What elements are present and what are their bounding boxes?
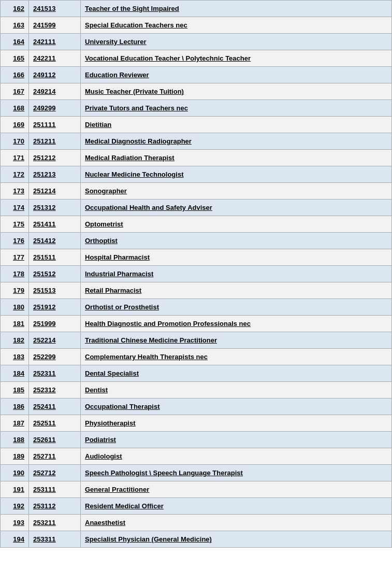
occupation-code[interactable]: 252712	[29, 465, 81, 481]
occupation-title[interactable]: Physiotherapist	[81, 415, 392, 432]
row-number[interactable]: 174	[1, 200, 29, 216]
occupation-title[interactable]: Resident Medical Officer	[81, 498, 392, 515]
occupation-code[interactable]: 252611	[29, 432, 81, 448]
occupation-title[interactable]: Medical Radiation Therapist	[81, 150, 392, 166]
occupation-code[interactable]: 252214	[29, 332, 81, 349]
occupation-title[interactable]: Anaesthetist	[81, 515, 392, 531]
occupation-title[interactable]: Specialist Physician (General Medicine)	[81, 531, 392, 548]
occupation-code[interactable]: 252299	[29, 349, 81, 365]
occupation-code[interactable]: 252711	[29, 448, 81, 465]
row-number[interactable]: 165	[1, 50, 29, 67]
row-number[interactable]: 186	[1, 399, 29, 415]
occupation-title[interactable]: Teacher of the Sight Impaired	[81, 1, 392, 17]
occupation-title[interactable]: Audiologist	[81, 448, 392, 465]
occupation-code[interactable]: 251999	[29, 316, 81, 332]
occupation-code[interactable]: 242211	[29, 50, 81, 67]
occupation-code[interactable]: 241513	[29, 1, 81, 17]
occupation-code[interactable]: 252311	[29, 365, 81, 382]
occupation-title[interactable]: Orthoptist	[81, 233, 392, 249]
occupation-title[interactable]: Industrial Pharmacist	[81, 266, 392, 282]
occupation-code[interactable]: 242111	[29, 34, 81, 50]
occupation-title[interactable]: Medical Diagnostic Radiographer	[81, 133, 392, 150]
row-number[interactable]: 176	[1, 233, 29, 249]
occupation-code[interactable]: 249214	[29, 83, 81, 100]
occupation-title[interactable]: Traditional Chinese Medicine Practitione…	[81, 332, 392, 349]
row-number[interactable]: 164	[1, 34, 29, 50]
row-number[interactable]: 192	[1, 498, 29, 515]
occupation-code[interactable]: 253311	[29, 531, 81, 548]
occupation-code[interactable]: 251511	[29, 249, 81, 266]
row-number[interactable]: 184	[1, 365, 29, 382]
occupation-title[interactable]: Occupational Health and Safety Adviser	[81, 200, 392, 216]
row-number[interactable]: 172	[1, 166, 29, 183]
row-number[interactable]: 177	[1, 249, 29, 266]
occupation-title[interactable]: Complementary Health Therapists nec	[81, 349, 392, 365]
occupation-code[interactable]: 252511	[29, 415, 81, 432]
occupation-code[interactable]: 252411	[29, 399, 81, 415]
occupation-title[interactable]: Hospital Pharmacist	[81, 249, 392, 266]
occupation-title[interactable]: Sonographer	[81, 183, 392, 200]
occupation-title[interactable]: Podiatrist	[81, 432, 392, 448]
row-number[interactable]: 175	[1, 216, 29, 233]
occupation-code[interactable]: 251412	[29, 233, 81, 249]
occupation-code[interactable]: 251212	[29, 150, 81, 166]
occupation-title[interactable]: Education Reviewer	[81, 67, 392, 83]
table-row: 172251213Nuclear Medicine Technologist	[1, 166, 392, 183]
occupation-code[interactable]: 251211	[29, 133, 81, 150]
occupation-title[interactable]: Health Diagnostic and Promotion Professi…	[81, 316, 392, 332]
occupation-code[interactable]: 249299	[29, 100, 81, 117]
occupation-title[interactable]: Occupational Therapist	[81, 399, 392, 415]
occupation-code[interactable]: 253112	[29, 498, 81, 515]
occupation-code[interactable]: 251411	[29, 216, 81, 233]
occupation-title[interactable]: Orthotist or Prosthetist	[81, 299, 392, 316]
row-number[interactable]: 171	[1, 150, 29, 166]
row-number[interactable]: 191	[1, 481, 29, 498]
row-number[interactable]: 173	[1, 183, 29, 200]
row-number[interactable]: 182	[1, 332, 29, 349]
occupation-title[interactable]: Vocational Education Teacher \ Polytechn…	[81, 50, 392, 67]
occupation-code[interactable]: 251214	[29, 183, 81, 200]
row-number[interactable]: 183	[1, 349, 29, 365]
row-number[interactable]: 185	[1, 382, 29, 399]
row-number[interactable]: 187	[1, 415, 29, 432]
row-number[interactable]: 188	[1, 432, 29, 448]
occupation-code[interactable]: 253211	[29, 515, 81, 531]
row-number[interactable]: 163	[1, 17, 29, 34]
row-number[interactable]: 167	[1, 83, 29, 100]
occupation-code[interactable]: 251213	[29, 166, 81, 183]
occupation-title[interactable]: Special Education Teachers nec	[81, 17, 392, 34]
occupation-title[interactable]: General Practitioner	[81, 481, 392, 498]
occupation-code[interactable]: 251111	[29, 117, 81, 133]
occupation-title[interactable]: Music Teacher (Private Tuition)	[81, 83, 392, 100]
occupation-title[interactable]: University Lecturer	[81, 34, 392, 50]
occupation-title[interactable]: Speech Pathologist \ Speech Language The…	[81, 465, 392, 481]
row-number[interactable]: 178	[1, 266, 29, 282]
occupation-code[interactable]: 251513	[29, 282, 81, 299]
occupation-title[interactable]: Nuclear Medicine Technologist	[81, 166, 392, 183]
row-number[interactable]: 170	[1, 133, 29, 150]
row-number[interactable]: 194	[1, 531, 29, 548]
row-number[interactable]: 179	[1, 282, 29, 299]
row-number[interactable]: 181	[1, 316, 29, 332]
row-number[interactable]: 166	[1, 67, 29, 83]
row-number[interactable]: 190	[1, 465, 29, 481]
occupation-title[interactable]: Optometrist	[81, 216, 392, 233]
occupation-code[interactable]: 251312	[29, 200, 81, 216]
occupation-title[interactable]: Retail Pharmacist	[81, 282, 392, 299]
occupation-title[interactable]: Dietitian	[81, 117, 392, 133]
occupation-code[interactable]: 251912	[29, 299, 81, 316]
occupation-code[interactable]: 249112	[29, 67, 81, 83]
occupation-title[interactable]: Dental Specialist	[81, 365, 392, 382]
occupation-code[interactable]: 252312	[29, 382, 81, 399]
row-number[interactable]: 189	[1, 448, 29, 465]
occupation-code[interactable]: 241599	[29, 17, 81, 34]
occupation-code[interactable]: 251512	[29, 266, 81, 282]
row-number[interactable]: 169	[1, 117, 29, 133]
row-number[interactable]: 193	[1, 515, 29, 531]
occupation-title[interactable]: Dentist	[81, 382, 392, 399]
occupation-title[interactable]: Private Tutors and Teachers nec	[81, 100, 392, 117]
row-number[interactable]: 168	[1, 100, 29, 117]
occupation-code[interactable]: 253111	[29, 481, 81, 498]
row-number[interactable]: 162	[1, 1, 29, 17]
row-number[interactable]: 180	[1, 299, 29, 316]
